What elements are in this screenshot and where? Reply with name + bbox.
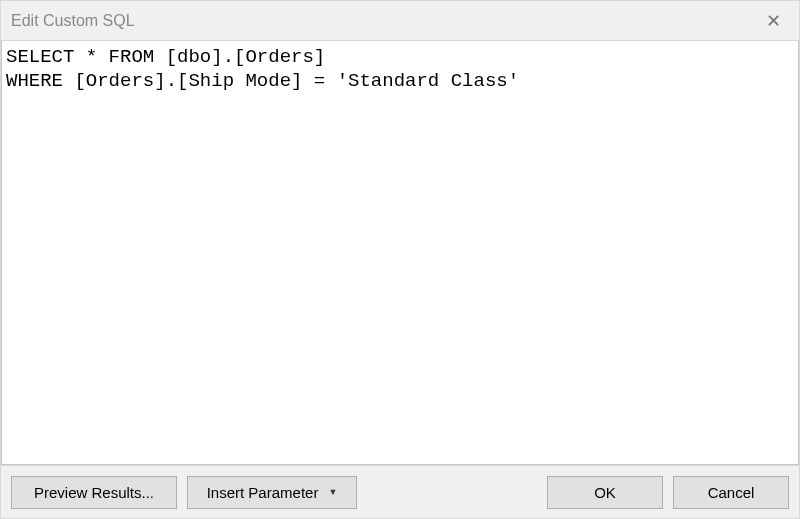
insert-parameter-button[interactable]: Insert Parameter ▼ [187, 476, 357, 509]
preview-results-button[interactable]: Preview Results... [11, 476, 177, 509]
insert-parameter-label: Insert Parameter [207, 484, 319, 501]
title-bar: Edit Custom SQL ✕ [1, 1, 799, 41]
cancel-label: Cancel [708, 484, 755, 501]
sql-editor-area [1, 41, 799, 465]
sql-input[interactable] [2, 41, 798, 464]
preview-results-label: Preview Results... [34, 484, 154, 501]
close-icon[interactable]: ✕ [761, 9, 785, 33]
ok-button[interactable]: OK [547, 476, 663, 509]
edit-custom-sql-dialog: Edit Custom SQL ✕ Preview Results... Ins… [0, 0, 800, 519]
cancel-button[interactable]: Cancel [673, 476, 789, 509]
chevron-down-icon: ▼ [328, 487, 337, 497]
ok-label: OK [594, 484, 616, 501]
button-bar: Preview Results... Insert Parameter ▼ OK… [1, 465, 799, 518]
dialog-title: Edit Custom SQL [11, 12, 135, 30]
